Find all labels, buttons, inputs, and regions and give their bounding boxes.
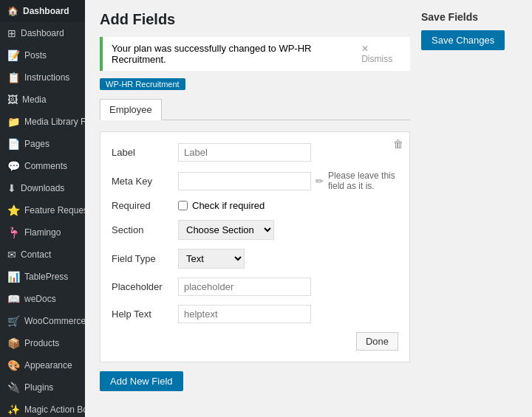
sidebar-item-dashboard[interactable]: ⊞Dashboard xyxy=(0,22,85,44)
sidebar-item-tablepress[interactable]: 📊TablePress xyxy=(0,266,85,288)
main-content: Add Fields Your plan was successfully ch… xyxy=(85,0,532,417)
label-field-control xyxy=(178,143,398,162)
notice-text: Your plan was successfully changed to WP… xyxy=(112,43,361,65)
field-type-select[interactable]: Text Textarea Select Checkbox Radio xyxy=(178,249,245,269)
sidebar-item-label: Magic Action Box xyxy=(24,404,85,415)
required-row: Required Check if required xyxy=(112,200,398,211)
sidebar-item-label: Appearance xyxy=(24,360,72,371)
sidebar-item-products[interactable]: 📦Products xyxy=(0,332,85,354)
meta-key-input[interactable] xyxy=(178,172,311,190)
meta-key-control: ✏ Please leave this field as it is. xyxy=(178,170,398,191)
sidebar-item-label: Contact xyxy=(21,249,51,260)
add-new-field-button[interactable]: Add New Field xyxy=(100,371,183,391)
pages-icon: 📄 xyxy=(7,138,20,150)
tab-bar: Employee xyxy=(100,99,410,120)
field-type-control: Text Textarea Select Checkbox Radio xyxy=(178,249,398,269)
sidebar-item-label: Feature Request xyxy=(24,205,85,216)
help-text-control xyxy=(178,305,398,323)
downloads-icon: ⬇ xyxy=(7,182,16,194)
placeholder-row: Placeholder xyxy=(112,278,398,296)
field-type-row: Field Type Text Textarea Select Checkbox… xyxy=(112,249,398,269)
label-field-label: Label xyxy=(112,147,178,158)
done-button[interactable]: Done xyxy=(356,332,398,351)
save-fields-title: Save Fields xyxy=(421,11,517,23)
sidebar-item-label: Plugins xyxy=(24,382,53,393)
sidebar-item-magic-action-box[interactable]: ✨Magic Action Box xyxy=(0,399,85,417)
section-select[interactable]: Choose Section xyxy=(178,220,274,240)
placeholder-input[interactable] xyxy=(178,278,311,296)
content-right: Save Fields Save Changes xyxy=(421,11,517,406)
label-input[interactable] xyxy=(178,143,311,162)
help-text-input[interactable] xyxy=(178,305,311,323)
tab-employee[interactable]: Employee xyxy=(100,99,162,120)
sidebar-item-label: Media Library Folders xyxy=(24,117,85,127)
save-fields-box: Save Fields Save Changes xyxy=(421,11,517,50)
sidebar-item-label: Products xyxy=(24,338,59,348)
sidebar-item-instructions[interactable]: 📋Instructions xyxy=(0,66,85,89)
sidebar-item-wedocs[interactable]: 📖weDocs xyxy=(0,288,85,310)
sidebar-item-contact[interactable]: ✉Contact xyxy=(0,244,85,266)
media-library-folders-icon: 📁 xyxy=(7,116,20,128)
required-label: Required xyxy=(112,200,178,211)
content-area: Add Fields Your plan was successfully ch… xyxy=(85,0,532,417)
flamingo-icon: 🦩 xyxy=(7,227,20,238)
sidebar-item-downloads[interactable]: ⬇Downloads xyxy=(0,177,85,199)
field-card: 🗑 Label Meta Key ✏ Please leave this fie… xyxy=(100,131,410,362)
help-text-label: Help Text xyxy=(112,309,178,320)
sidebar-item-woocommerce[interactable]: 🛒WooCommerce xyxy=(0,310,85,332)
tablepress-icon: 📊 xyxy=(7,271,20,283)
instructions-icon: 📋 xyxy=(7,72,20,83)
content-left: Add Fields Your plan was successfully ch… xyxy=(100,11,410,406)
save-changes-button[interactable]: Save Changes xyxy=(421,30,505,50)
contact-icon: ✉ xyxy=(7,249,16,261)
posts-icon: 📝 xyxy=(7,49,20,61)
placeholder-control xyxy=(178,278,398,296)
sidebar-item-label: Media xyxy=(22,94,47,105)
sidebar-item-pages[interactable]: 📄Pages xyxy=(0,133,85,155)
sidebar-item-plugins[interactable]: 🔌Plugins xyxy=(0,376,85,399)
media-icon: 🖼 xyxy=(7,94,18,106)
sidebar-item-label: Instructions xyxy=(24,72,69,83)
sidebar-item-label: Flamingo xyxy=(24,227,61,238)
sidebar-logo[interactable]: 🏠 Dashboard xyxy=(0,0,85,22)
sidebar-item-label: TablePress xyxy=(24,272,68,282)
dismiss-button[interactable]: ✕ Dismiss xyxy=(361,44,401,64)
sidebar-item-feature-request[interactable]: ⭐Feature Request xyxy=(0,199,85,221)
delete-icon[interactable]: 🗑 xyxy=(393,138,403,150)
section-label: Section xyxy=(112,224,178,235)
plugins-icon: 🔌 xyxy=(7,382,20,393)
meta-key-hint: Please leave this field as it is. xyxy=(328,170,398,191)
products-icon: 📦 xyxy=(7,337,20,349)
sidebar-item-posts[interactable]: 📝Posts xyxy=(0,44,85,66)
section-row: Section Choose Section xyxy=(112,220,398,240)
sidebar-item-label: Downloads xyxy=(21,183,64,193)
section-control: Choose Section xyxy=(178,220,398,240)
sidebar-item-media-library-folders[interactable]: 📁Media Library Folders xyxy=(0,111,85,133)
required-checkbox[interactable] xyxy=(178,201,188,210)
field-type-label: Field Type xyxy=(112,253,178,264)
sidebar-item-comments[interactable]: 💬Comments xyxy=(0,155,85,177)
page-title: Add Fields xyxy=(100,11,410,28)
sidebar-item-media[interactable]: 🖼Media xyxy=(0,89,85,111)
done-row: Done xyxy=(112,332,398,351)
wp-icon: 🏠 xyxy=(7,6,18,16)
sidebar-item-appearance[interactable]: 🎨Appearance xyxy=(0,354,85,376)
feature-request-icon: ⭐ xyxy=(7,204,20,216)
required-checkbox-label: Check if required xyxy=(192,200,265,211)
dashboard-icon: ⊞ xyxy=(7,27,16,39)
magic-action-box-icon: ✨ xyxy=(7,404,20,416)
comments-icon: 💬 xyxy=(7,160,20,172)
sidebar-item-label: Dashboard xyxy=(21,28,64,38)
label-row: Label xyxy=(112,143,398,162)
appearance-icon: 🎨 xyxy=(7,359,20,371)
sidebar-item-flamingo[interactable]: 🦩Flamingo xyxy=(0,221,85,244)
success-notice: Your plan was successfully changed to WP… xyxy=(100,37,410,71)
sidebar-item-label: WooCommerce xyxy=(24,316,85,326)
sidebar-item-label: weDocs xyxy=(24,294,56,304)
pencil-icon: ✏ xyxy=(316,176,324,187)
sidebar-nav: ⊞Dashboard📝Posts📋Instructions🖼Media📁Medi… xyxy=(0,22,85,417)
plan-badge: WP-HR Recruitment xyxy=(100,78,185,90)
woocommerce-icon: 🛒 xyxy=(7,315,20,327)
sidebar-item-label: Pages xyxy=(24,139,50,149)
sidebar: 🏠 Dashboard ⊞Dashboard📝Posts📋Instruction… xyxy=(0,0,85,417)
